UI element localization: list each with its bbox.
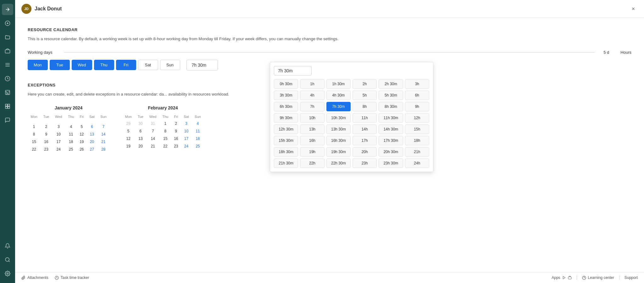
attachments-item[interactable]: Attachments [21,275,48,280]
hour-option[interactable]: 7h 30m [326,102,351,111]
hour-option[interactable]: 12h [405,113,429,123]
hour-option[interactable]: 20h 30m [379,147,403,157]
calendar-cell[interactable]: 13 [135,135,146,142]
calendar-cell[interactable]: 8 [28,130,40,138]
calendar-cell[interactable]: 12 [122,135,135,142]
calendar-cell[interactable]: 19 [122,142,135,150]
hour-option[interactable]: 9h [405,102,429,111]
hour-option[interactable]: 5h [353,91,377,100]
hour-option[interactable]: 19h [300,147,324,157]
calendar-cell[interactable]: 9 [40,130,52,138]
sidebar-icon-chart[interactable] [2,87,13,98]
calendar-cell[interactable]: 6 [86,123,97,130]
calendar-cell[interactable]: 25 [192,142,204,150]
hour-option[interactable]: 15h [405,125,429,134]
calendar-cell[interactable]: 27 [86,146,97,153]
calendar-cell[interactable]: 7 [146,127,159,135]
day-button-tue[interactable]: Tue [50,60,70,70]
hour-option[interactable]: 23h [353,158,377,168]
calendar-cell[interactable]: 16 [40,138,52,146]
hour-option[interactable]: 24h [405,158,429,168]
calendar-cell[interactable]: 5 [77,123,87,130]
hour-option[interactable]: 13h [300,125,324,134]
calendar-cell[interactable]: 24 [181,142,192,150]
hour-option[interactable]: 0h 30m [274,79,298,89]
calendar-cell[interactable]: 15 [28,138,40,146]
hour-option[interactable]: 9h 30m [274,113,298,123]
hour-option[interactable]: 18h [405,136,429,145]
hour-option[interactable]: 6h [405,91,429,100]
sidebar-icon-folder[interactable] [2,31,13,43]
apps-item[interactable]: Apps [552,275,571,280]
calendar-cell[interactable]: 28 [97,146,109,153]
calendar-cell[interactable]: 22 [159,142,171,150]
hour-option[interactable]: 15h 30m [274,136,298,145]
hour-option[interactable]: 19h 30m [326,147,351,157]
day-button-mon[interactable]: Mon [28,60,48,70]
calendar-cell[interactable]: 2 [171,120,181,127]
working-days-slider[interactable] [64,52,595,53]
calendar-cell[interactable]: 8 [159,127,171,135]
calendar-cell[interactable]: 10 [52,130,65,138]
hour-option[interactable]: 11h [353,113,377,123]
sidebar-icon-gear[interactable] [2,268,13,279]
calendar-cell[interactable]: 2 [40,123,52,130]
hour-option[interactable]: 1h [300,79,324,89]
hour-option[interactable]: 16h 30m [326,136,351,145]
hour-option[interactable]: 18h 30m [274,147,298,157]
calendar-cell[interactable]: 24 [52,146,65,153]
hour-option[interactable]: 4h [300,91,324,100]
calendar-cell[interactable]: 6 [135,127,146,135]
calendar-cell[interactable]: 15 [159,135,171,142]
calendar-cell[interactable]: 3 [181,120,192,127]
day-button-thu[interactable]: Thu [94,60,114,70]
task-tracker-item[interactable]: Task time tracker [55,275,89,280]
calendar-cell[interactable]: 1 [28,123,40,130]
day-button-sun[interactable]: Sun [160,60,180,70]
sidebar-icon-plus[interactable] [2,18,13,29]
calendar-cell[interactable]: 25 [65,146,77,153]
calendar-cell[interactable]: 29 [122,120,135,127]
sidebar-icon-chat[interactable] [2,114,13,126]
sidebar-icon-clock[interactable] [2,73,13,84]
calendar-cell[interactable]: 5 [122,127,135,135]
calendar-cell[interactable]: 17 [52,138,65,146]
calendar-cell[interactable]: 30 [135,120,146,127]
calendar-cell[interactable]: 9 [171,127,181,135]
hour-option[interactable]: 20h [353,147,377,157]
calendar-cell[interactable]: 7 [97,123,109,130]
calendar-cell[interactable]: 3 [52,123,65,130]
hour-option[interactable]: 2h 30m [379,79,403,89]
calendar-cell[interactable]: 10 [181,127,192,135]
calendar-cell[interactable]: 12 [77,130,87,138]
calendar-cell[interactable]: 21 [97,138,109,146]
hour-option[interactable]: 7h [300,102,324,111]
hour-option[interactable]: 1h 30m [326,79,351,89]
hour-option[interactable]: 10h 30m [326,113,351,123]
calendar-cell[interactable]: 26 [77,146,87,153]
hour-option[interactable]: 22h 30m [326,158,351,168]
calendar-cell[interactable]: 11 [192,127,204,135]
calendar-cell[interactable]: 14 [97,130,109,138]
day-button-fri[interactable]: Fri [116,60,136,70]
day-button-sat[interactable]: Sat [138,60,158,70]
hour-option[interactable]: 3h 30m [274,91,298,100]
calendar-cell[interactable]: 1 [159,120,171,127]
calendar-cell[interactable]: 20 [86,138,97,146]
calendar-cell[interactable]: 13 [86,130,97,138]
calendar-cell[interactable]: 16 [171,135,181,142]
hour-option[interactable]: 2h [353,79,377,89]
hour-option[interactable]: 17h [353,136,377,145]
calendar-cell[interactable]: 11 [65,130,77,138]
calendar-cell[interactable]: 4 [65,123,77,130]
sidebar-icon-briefcase[interactable] [2,45,13,57]
hour-option[interactable]: 17h 30m [379,136,403,145]
sidebar-icon-menu[interactable] [2,59,13,70]
close-button[interactable]: × [629,4,638,13]
hours-input[interactable] [274,66,312,75]
calendar-cell[interactable]: 18 [192,135,204,142]
day-button-wed[interactable]: Wed [72,60,92,70]
calendar-cell[interactable]: 22 [28,146,40,153]
hour-option[interactable]: 6h 30m [274,102,298,111]
calendar-cell[interactable]: 20 [135,142,146,150]
